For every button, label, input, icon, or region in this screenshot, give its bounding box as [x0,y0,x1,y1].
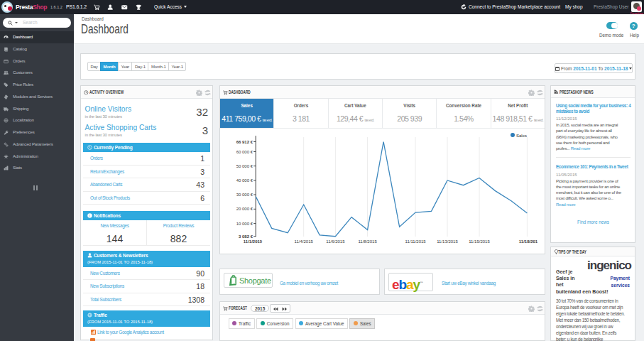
svg-text:66 912 €: 66 912 € [236,140,253,144]
svg-text:11/18/201: 11/18/201 [519,239,538,244]
svg-text:40 000 €: 40 000 € [236,178,253,183]
svg-text:10 000 €: 10 000 € [236,222,253,226]
svg-text:30 000 €: 30 000 € [236,193,253,197]
svg-text:11/6/2015: 11/6/2015 [326,239,345,244]
svg-text:Sales: Sales [516,134,527,138]
svg-text:11/1/2015: 11/1/2015 [244,239,263,244]
svg-text:3 082 €: 3 082 € [239,234,253,239]
svg-text:20 000 €: 20 000 € [236,207,253,211]
svg-text:50 000 €: 50 000 € [236,164,253,168]
svg-text:11/8/2015: 11/8/2015 [358,239,377,244]
svg-text:11/13/2015: 11/13/2015 [437,239,458,244]
svg-text:11/4/2015: 11/4/2015 [295,239,314,244]
svg-text:60 000 €: 60 000 € [236,150,253,154]
svg-text:11/15/2015: 11/15/2015 [469,239,490,244]
svg-text:11/11/2015: 11/11/2015 [405,239,427,244]
